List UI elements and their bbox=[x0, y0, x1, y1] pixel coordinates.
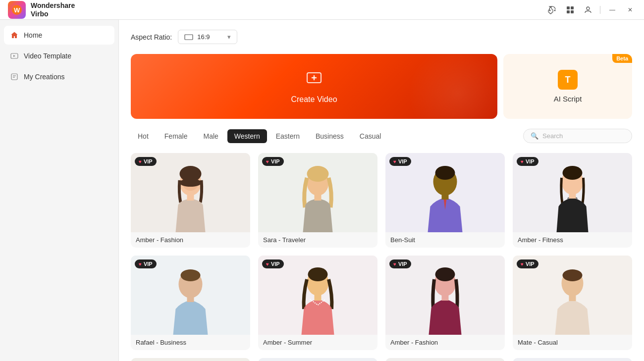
avatar-card-rafael-business[interactable]: ♥VIP Rafael - Business bbox=[131, 256, 250, 350]
ai-script-label: AI Script bbox=[554, 95, 582, 103]
avatar-card-amber-fitness[interactable]: ♥VIP Amber - Fitness bbox=[513, 153, 632, 248]
sidebar-item-my-creations[interactable]: My Creations bbox=[4, 67, 114, 86]
svg-rect-13 bbox=[185, 35, 193, 40]
avatar-card-amber-fashion[interactable]: ♥VIP Am bbox=[131, 153, 250, 248]
avatar-name: Ben-Suit bbox=[385, 232, 505, 248]
svg-point-20 bbox=[180, 179, 202, 187]
tab-western[interactable]: Western bbox=[227, 129, 267, 143]
svg-rect-30 bbox=[569, 193, 576, 199]
vip-badge: ♥VIP bbox=[517, 259, 538, 268]
vip-badge: ♥VIP bbox=[262, 259, 284, 268]
app-logo: W WondershareVirbo bbox=[8, 1, 75, 19]
home-icon bbox=[10, 31, 19, 40]
aspect-ratio-row: Aspect Ratio: 16:9 ▾ bbox=[131, 30, 632, 44]
avatar-name: Sara - Traveler bbox=[258, 232, 377, 248]
tab-female[interactable]: Female bbox=[158, 129, 195, 143]
tab-casual[interactable]: Casual bbox=[353, 129, 388, 143]
avatar-card-amber-summer[interactable]: ♥VIP Amber - Summer bbox=[258, 256, 377, 350]
aspect-ratio-select[interactable]: 16:9 ▾ bbox=[178, 30, 237, 44]
ai-script-button[interactable]: Beta T AI Script bbox=[503, 54, 632, 119]
grid-icon[interactable] bbox=[564, 4, 576, 16]
sidebar-item-video-template[interactable]: Video Template bbox=[4, 47, 114, 65]
svg-point-41 bbox=[563, 269, 583, 281]
svg-point-38 bbox=[435, 267, 455, 281]
svg-point-29 bbox=[563, 166, 583, 180]
svg-rect-33 bbox=[187, 295, 194, 302]
avatar-tabs: Hot Female Male Western Eastern Business… bbox=[131, 129, 388, 143]
svg-rect-4 bbox=[567, 6, 570, 9]
vip-badge: ♥VIP bbox=[517, 157, 538, 166]
vip-heart-icon: ♥ bbox=[139, 261, 142, 267]
tabs-row: Hot Female Male Western Eastern Business… bbox=[131, 129, 632, 143]
vip-badge: ♥VIP bbox=[135, 157, 157, 166]
avatar-card-row3-2[interactable]: ♥VIP bbox=[258, 358, 377, 361]
svg-rect-36 bbox=[315, 294, 322, 301]
avatar-card-row3-4[interactable]: ♥VIP bbox=[513, 358, 632, 361]
create-video-button[interactable]: Create Video bbox=[131, 54, 497, 119]
svg-point-3 bbox=[554, 9, 556, 11]
main-layout: Home Video Template My Creations bbox=[0, 20, 644, 361]
titlebar-controls: — ✕ bbox=[546, 4, 636, 16]
avatar-card-row3-3[interactable]: ♥VIP bbox=[385, 358, 505, 361]
video-template-icon bbox=[10, 52, 19, 60]
titlebar-divider bbox=[600, 6, 600, 14]
headset-icon[interactable] bbox=[546, 4, 558, 16]
avatar-name: Rafael - Business bbox=[131, 335, 250, 350]
search-box[interactable]: 🔍 bbox=[523, 129, 632, 143]
svg-rect-39 bbox=[442, 294, 449, 301]
titlebar: W WondershareVirbo bbox=[0, 0, 644, 20]
vip-heart-icon: ♥ bbox=[393, 261, 396, 267]
hero-row: Create Video Beta T AI Script bbox=[131, 54, 632, 119]
tab-eastern[interactable]: Eastern bbox=[269, 129, 307, 143]
avatar-grid: ♥VIP Am bbox=[131, 153, 632, 361]
create-video-icon bbox=[305, 69, 323, 90]
avatar-card-sara-traveler[interactable]: ♥VIP Sara - Traveler bbox=[258, 153, 377, 248]
sidebar: Home Video Template My Creations bbox=[0, 20, 119, 361]
avatar-card-amber-fashion-2[interactable]: ♥VIP Amber - Fashion bbox=[385, 256, 505, 350]
vip-heart-icon: ♥ bbox=[521, 159, 524, 164]
avatar-card-mate-casual[interactable]: ♥VIP Mate - Casual bbox=[513, 256, 632, 350]
svg-point-8 bbox=[587, 7, 590, 10]
aspect-ratio-value: 16:9 bbox=[197, 33, 210, 41]
svg-rect-6 bbox=[567, 10, 570, 13]
avatar-card-row3-1[interactable]: ♥VIP bbox=[131, 358, 250, 361]
aspect-ratio-label: Aspect Ratio: bbox=[131, 33, 172, 41]
user-icon[interactable] bbox=[582, 4, 594, 16]
search-input[interactable] bbox=[542, 132, 626, 140]
svg-point-23 bbox=[307, 166, 329, 182]
vip-badge: ♥VIP bbox=[389, 157, 411, 166]
minimize-button[interactable]: — bbox=[606, 4, 618, 16]
search-icon: 🔍 bbox=[531, 132, 538, 140]
content-area: Aspect Ratio: 16:9 ▾ Create Vid bbox=[119, 20, 644, 361]
create-video-label: Create Video bbox=[291, 95, 337, 104]
ai-script-icon: T bbox=[558, 70, 578, 90]
avatar-name: Amber - Fitness bbox=[513, 232, 632, 248]
logo-icon: W bbox=[8, 1, 26, 19]
sidebar-creations-label: My Creations bbox=[24, 73, 64, 81]
chevron-down-icon: ▾ bbox=[227, 33, 231, 41]
my-creations-icon bbox=[10, 72, 19, 81]
sidebar-item-home[interactable]: Home bbox=[4, 26, 114, 45]
tab-hot[interactable]: Hot bbox=[131, 129, 156, 143]
svg-point-35 bbox=[308, 267, 328, 281]
vip-badge: ♥VIP bbox=[135, 259, 157, 268]
app-name: WondershareVirbo bbox=[31, 1, 75, 18]
vip-heart-icon: ♥ bbox=[393, 159, 396, 164]
svg-rect-7 bbox=[571, 10, 574, 13]
tab-business[interactable]: Business bbox=[309, 129, 351, 143]
svg-rect-21 bbox=[187, 194, 194, 201]
avatar-name: Amber - Fashion bbox=[131, 232, 250, 248]
close-button[interactable]: ✕ bbox=[624, 4, 636, 16]
avatar-card-ben-suit[interactable]: ♥VIP Ben-Suit bbox=[385, 153, 505, 248]
vip-heart-icon: ♥ bbox=[521, 261, 524, 267]
avatar-name: Mate - Casual bbox=[513, 335, 632, 350]
beta-badge: Beta bbox=[612, 54, 632, 63]
svg-point-26 bbox=[435, 166, 455, 180]
vip-heart-icon: ♥ bbox=[266, 261, 269, 267]
svg-text:W: W bbox=[14, 6, 20, 14]
sidebar-video-label: Video Template bbox=[24, 52, 71, 60]
avatar-name: Amber - Fashion bbox=[385, 335, 505, 350]
tab-male[interactable]: Male bbox=[196, 129, 225, 143]
sidebar-home-label: Home bbox=[24, 31, 42, 39]
svg-point-2 bbox=[549, 9, 551, 11]
